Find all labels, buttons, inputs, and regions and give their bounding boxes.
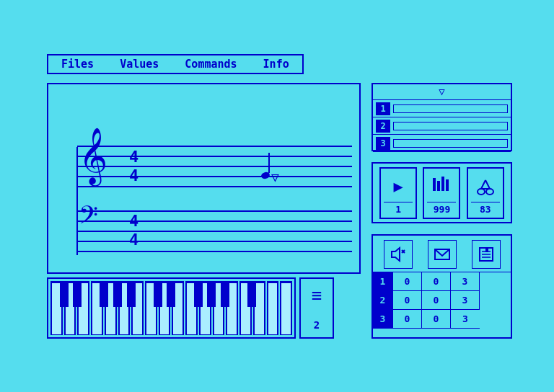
track-num-3: 3	[376, 137, 390, 150]
voice-v2-3[interactable]: 0	[422, 310, 451, 329]
bass-staff-line-3	[77, 231, 352, 232]
voice-v2-1[interactable]: 0	[422, 272, 451, 291]
track-num-2: 2	[376, 120, 390, 133]
voice-panel: 1 0 0 3 2 0 0 3 3 0 0 3	[371, 234, 512, 339]
voice-v3-1[interactable]: 3	[451, 272, 480, 291]
play-button[interactable]: ▶ 1	[379, 167, 417, 219]
piano-key-white[interactable]	[172, 281, 184, 335]
piano-key-white[interactable]	[77, 281, 89, 335]
staff-line-1	[77, 146, 352, 147]
voice-top-row	[373, 236, 511, 272]
meter-icon	[431, 172, 452, 202]
envelope-icon	[434, 246, 450, 262]
svg-line-7	[485, 180, 490, 189]
piano-key-white[interactable]	[131, 281, 144, 335]
bass-staff-line-2	[77, 220, 352, 222]
voice-v3-3[interactable]: 3	[451, 310, 480, 329]
menu-commands[interactable]: Commands	[172, 55, 250, 73]
track-bar-3	[393, 139, 508, 148]
piano-key-white[interactable]	[159, 281, 171, 335]
bass-staff-line-4	[77, 241, 352, 242]
track-bar-2	[393, 122, 508, 130]
svg-point-5	[486, 189, 493, 195]
piano-key-white[interactable]	[50, 281, 63, 335]
track-num-1: 1	[376, 102, 390, 115]
staff-line-2	[77, 156, 352, 157]
piano-key-white[interactable]	[118, 281, 131, 335]
piano-key-white[interactable]	[226, 281, 238, 335]
piano-key-white[interactable]	[105, 281, 117, 335]
track-header-arrow: ▽	[439, 86, 444, 97]
tempo-icon	[475, 172, 496, 202]
bass-staff	[77, 210, 352, 254]
score-area: ▽ 𝄞 44 𝄢 44	[47, 83, 361, 274]
menu-values[interactable]: Values	[107, 55, 172, 73]
mute-icon	[390, 246, 406, 262]
tempo-button[interactable]: 83	[467, 167, 504, 219]
svg-rect-1	[437, 181, 440, 191]
track-row-1[interactable]: 1	[373, 100, 511, 117]
track-panel: ▽ 1 2 3	[371, 83, 512, 151]
staff-line-5	[77, 186, 352, 187]
tempo-value: 83	[471, 202, 500, 215]
time-sig-treble: 44	[129, 148, 138, 186]
voice-v2-2[interactable]: 0	[422, 291, 451, 310]
voice-v1-3[interactable]: 0	[393, 310, 422, 329]
svg-marker-17	[485, 249, 488, 252]
piano-key-white[interactable]	[199, 281, 211, 335]
voice-v1-2[interactable]: 0	[393, 291, 422, 310]
track-row-2[interactable]: 2	[373, 117, 511, 135]
play-value: 1	[384, 202, 413, 215]
bass-staff-line-1	[77, 210, 352, 212]
piano-key-white[interactable]	[280, 281, 292, 335]
menu-bar: Files Values Commands Info	[47, 54, 304, 74]
piano-key-white[interactable]	[253, 281, 265, 335]
piano-key-white[interactable]	[145, 281, 157, 335]
svg-marker-9	[392, 248, 400, 261]
page-number: 2	[314, 319, 320, 331]
piano-key-white[interactable]	[185, 281, 198, 335]
track-header: ▽	[373, 84, 511, 100]
list-button[interactable]	[472, 240, 501, 269]
track-row-3[interactable]: 3	[373, 135, 511, 152]
page-icon: ≡	[312, 285, 322, 306]
piano-key-white[interactable]	[91, 281, 103, 335]
track-bar-1	[393, 104, 508, 113]
staff-line-3	[77, 166, 352, 167]
svg-point-4	[478, 189, 485, 195]
play-icon: ▶	[394, 172, 403, 202]
meter-button[interactable]: 999	[423, 167, 460, 219]
voice-v3-2[interactable]: 3	[451, 291, 480, 310]
svg-rect-2	[441, 177, 444, 191]
bass-staff-line-5	[77, 251, 352, 252]
envelope-button[interactable]	[428, 240, 457, 269]
voice-id-2: 2	[373, 291, 393, 310]
voice-v1-1[interactable]: 0	[393, 272, 422, 291]
piano-key-white[interactable]	[213, 281, 225, 335]
piano-key-white[interactable]	[64, 281, 76, 335]
staff-line-4	[77, 176, 352, 177]
list-icon	[478, 246, 494, 262]
menu-info[interactable]: Info	[250, 55, 302, 73]
time-sig-bass: 44	[129, 212, 138, 250]
menu-files[interactable]: Files	[48, 55, 107, 73]
svg-rect-3	[446, 179, 449, 191]
treble-staff	[77, 146, 352, 189]
voice-id-3: 3	[373, 310, 393, 329]
voice-grid: 1 0 0 3 2 0 0 3 3 0 0 3	[373, 272, 511, 329]
piano-key-white[interactable]	[267, 281, 279, 335]
svg-rect-0	[433, 178, 436, 191]
mute-button[interactable]	[384, 240, 413, 269]
piano-keyboard[interactable]	[47, 277, 296, 339]
meter-value: 999	[427, 202, 456, 215]
svg-line-6	[481, 180, 485, 189]
voice-id-1: 1	[373, 272, 393, 291]
transport-panel: ▶ 1 999 83	[371, 162, 512, 223]
page-box[interactable]: ≡ 2	[299, 277, 334, 339]
staff-container: ▽ 𝄞 44 𝄢 44	[48, 84, 359, 272]
piano-key-white[interactable]	[239, 281, 252, 335]
